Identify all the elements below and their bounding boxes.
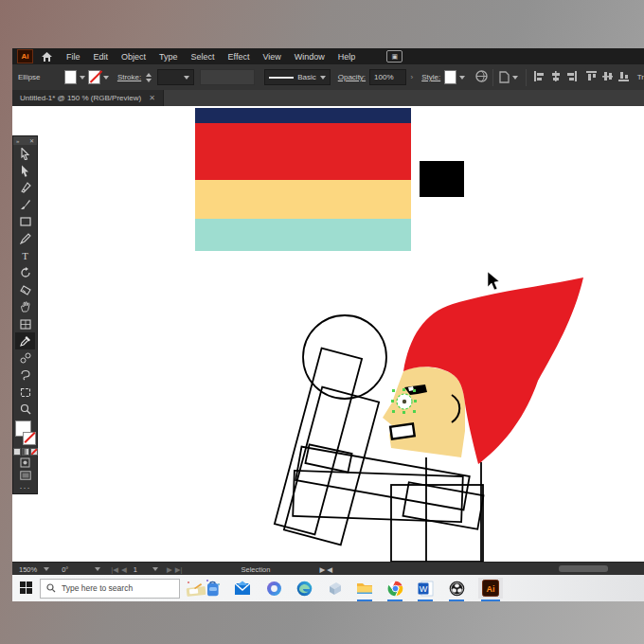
file-explorer-icon[interactable] — [355, 578, 374, 599]
next-artboard-icon[interactable]: ▶ — [167, 565, 172, 574]
align-middle-icon[interactable] — [602, 71, 613, 83]
direct-selection-tool[interactable] — [15, 162, 35, 179]
type-tool[interactable]: T — [15, 247, 35, 264]
rotate-tool[interactable] — [15, 264, 35, 281]
menu-edit[interactable]: Edit — [87, 52, 116, 62]
illustrator-logo-icon[interactable]: Ai — [17, 49, 33, 63]
menu-view[interactable]: View — [256, 52, 287, 62]
status-panel-arrows[interactable]: ▶ ◀ — [319, 565, 332, 574]
stripe-red[interactable] — [195, 123, 411, 180]
collapse-panel-icon[interactable]: » — [16, 138, 19, 144]
prev-artboard-icon[interactable]: ◀ — [121, 565, 127, 574]
none-button[interactable] — [30, 448, 38, 456]
menu-file[interactable]: File — [60, 52, 87, 62]
sketch-body-rect[interactable] — [391, 485, 483, 562]
draw-mode-icon[interactable] — [20, 456, 30, 469]
start-button[interactable] — [20, 581, 33, 595]
menu-window[interactable]: Window — [288, 52, 331, 62]
search-highlight-icon[interactable] — [184, 578, 224, 599]
gradient-button[interactable] — [22, 448, 29, 456]
arrange-documents-icon[interactable]: ▣ — [386, 50, 402, 63]
menu-object[interactable]: Object — [115, 52, 152, 62]
edge-browser-icon[interactable] — [295, 578, 313, 599]
rotation-dropdown[interactable]: 0° — [62, 565, 103, 574]
menu-help[interactable]: Help — [331, 52, 363, 62]
pen-tool[interactable] — [15, 179, 35, 196]
fill-color-swatch[interactable] — [64, 70, 77, 84]
zoom-tool[interactable] — [15, 401, 35, 418]
sketch-arm-rect[interactable] — [293, 471, 463, 522]
blend-tool[interactable] — [15, 349, 35, 367]
stripe-teal[interactable] — [195, 219, 411, 251]
stroke-color-swatch[interactable] — [88, 70, 100, 84]
opacity-field[interactable]: 100% — [369, 69, 405, 85]
chrome-icon[interactable] — [385, 578, 404, 599]
home-icon[interactable] — [42, 52, 52, 62]
hand-tool[interactable] — [15, 298, 35, 315]
mail-app-icon[interactable] — [233, 578, 252, 599]
align-bottom-icon[interactable] — [618, 71, 629, 83]
document-tab[interactable]: Untitled-1* @ 150 % (RGB/Preview) ✕ — [12, 90, 164, 106]
stripe-navy[interactable] — [195, 108, 411, 123]
sketch-head-circle[interactable] — [303, 315, 386, 399]
style-swatch[interactable] — [444, 70, 456, 84]
align-center-icon[interactable] — [550, 71, 561, 83]
artboard-canvas[interactable] — [12, 106, 644, 562]
stroke-weight-label[interactable]: Stroke: — [117, 73, 141, 81]
menu-type[interactable]: Type — [152, 52, 185, 62]
stroke-weight-stepper[interactable] — [146, 73, 152, 82]
stripe-yellow[interactable] — [195, 180, 411, 219]
taskbar-search-input[interactable]: Type here to search — [40, 579, 180, 599]
mesh-tool[interactable] — [15, 315, 35, 332]
selection-tool[interactable] — [15, 145, 35, 162]
style-caret-icon[interactable] — [459, 76, 465, 80]
more-tools-ellipsis[interactable]: ··· — [20, 481, 31, 493]
style-label[interactable]: Style: — [421, 73, 440, 81]
opacity-chevron-icon[interactable]: › — [411, 73, 414, 81]
artboard-dropdown-icon[interactable] — [152, 567, 158, 571]
color-button[interactable] — [13, 448, 21, 456]
obs-studio-icon[interactable] — [447, 578, 466, 599]
align-top-icon[interactable] — [586, 71, 597, 83]
black-square[interactable] — [420, 161, 464, 197]
zoom-level-dropdown[interactable]: 150% — [19, 565, 52, 574]
first-artboard-icon[interactable]: |◀ — [111, 565, 118, 574]
opacity-label[interactable]: Opacity: — [338, 73, 366, 81]
fill-stroke-indicator[interactable] — [15, 420, 36, 445]
eyedropper-tool[interactable] — [15, 332, 35, 349]
pencil-tool[interactable] — [15, 230, 35, 247]
stroke-caret-icon[interactable] — [103, 76, 109, 80]
paintbrush-tool[interactable] — [15, 196, 35, 213]
sketch-neck-rect[interactable] — [275, 349, 362, 535]
last-artboard-icon[interactable]: ▶| — [175, 565, 183, 574]
fill-caret-icon[interactable] — [80, 76, 85, 80]
mouth-rect[interactable] — [390, 423, 415, 438]
rectangle-tool[interactable] — [15, 213, 35, 230]
document-setup-icon[interactable] — [498, 71, 521, 83]
color-wheel-icon[interactable] — [475, 70, 488, 84]
mouse-cursor — [488, 272, 499, 290]
horizontal-scrollbar[interactable] — [559, 565, 608, 572]
tool-panel-header[interactable]: » ✕ — [13, 136, 37, 145]
illustrator-app-icon[interactable]: Ai — [478, 578, 503, 599]
align-left-icon[interactable] — [534, 71, 545, 83]
stroke-swatch[interactable] — [23, 432, 36, 445]
sketch-arm-rect-2[interactable] — [295, 447, 470, 510]
stroke-weight-field[interactable] — [157, 69, 193, 85]
eraser-tool[interactable] — [15, 281, 35, 298]
brush-definition-dropdown[interactable]: Basic — [264, 69, 331, 85]
3d-viewer-icon[interactable] — [325, 578, 344, 599]
face-shape[interactable] — [383, 367, 465, 457]
brush-preview-field[interactable] — [200, 69, 256, 85]
transform-label[interactable]: Tr — [637, 73, 644, 81]
word-icon[interactable]: W — [416, 578, 435, 599]
close-tab-icon[interactable]: ✕ — [149, 94, 155, 102]
menu-select[interactable]: Select — [185, 52, 222, 62]
lasso-tool[interactable] — [15, 367, 35, 384]
artboard-tool[interactable] — [15, 384, 35, 401]
menu-effect[interactable]: Effect — [222, 52, 257, 62]
cortana-icon[interactable] — [264, 578, 283, 599]
align-right-icon[interactable] — [566, 71, 577, 83]
close-panel-icon[interactable]: ✕ — [29, 137, 34, 144]
screen-mode-icon[interactable] — [20, 469, 31, 481]
